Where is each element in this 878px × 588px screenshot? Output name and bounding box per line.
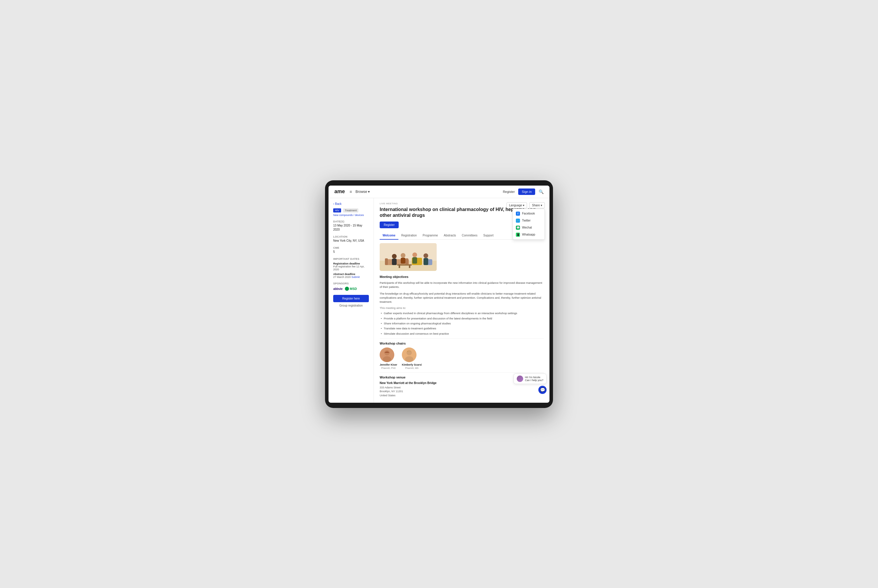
tab-programme[interactable]: Programme	[420, 232, 441, 240]
main-content: Language ▾ Share ▾ f Facebook 🐦	[374, 198, 549, 403]
submit-link[interactable]: Submit	[351, 276, 360, 279]
location-section: Location New York City, NY, USA	[333, 235, 369, 243]
aims-list: Gather experts involved in clinical phar…	[380, 311, 543, 335]
chairs-grid: Jennifer Kiser PharmD, PhD Kim	[380, 348, 543, 369]
reg-deadline-label: Registration deadline	[333, 262, 369, 265]
venue-divider	[380, 372, 543, 373]
facebook-label: Facebook	[522, 212, 535, 215]
facebook-icon: f	[516, 212, 520, 216]
objectives-para2: The knowledge on drug efficacy/toxicity …	[380, 292, 543, 304]
svg-rect-3	[385, 258, 388, 265]
compounds-link[interactable]: New compounds / devices	[333, 214, 369, 216]
chat-open-button[interactable]: 💬	[538, 386, 546, 394]
share-dropdown: f Facebook 🐦 Twitter 💬 Wechat 📱 Whatsapp	[513, 208, 545, 240]
logo: ame	[335, 189, 345, 195]
meeting-objectives-title: Meeting objectives	[380, 275, 543, 279]
svg-rect-14	[423, 258, 428, 265]
wechat-label: Wechat	[522, 226, 532, 229]
svg-point-22	[407, 350, 412, 356]
tab-abstracts[interactable]: Abstracts	[441, 232, 459, 240]
browse-chevron-icon: ▾	[368, 190, 370, 194]
aim-item: Provide a platform for presentation and …	[380, 316, 543, 320]
svg-rect-8	[392, 259, 397, 265]
treatment-tag[interactable]: Treatment	[343, 208, 359, 213]
tag-row: HIV Treatment	[333, 208, 369, 213]
tab-committees[interactable]: Committees	[459, 232, 480, 240]
svg-rect-10	[401, 258, 405, 264]
sponsors-label: Sponsors	[333, 282, 369, 285]
navigation: ame ≡ Browse ▾ Register Sign in 🔍	[329, 186, 549, 198]
tab-support[interactable]: Support	[480, 232, 496, 240]
dates-label: Date(s)	[333, 220, 369, 223]
workshop-chairs-title: Workshop chairs	[380, 342, 543, 345]
abbvie-logo: abbvie	[333, 287, 342, 291]
svg-point-11	[413, 252, 417, 257]
hiv-tag[interactable]: HIV	[333, 208, 341, 213]
register-here-button[interactable]: Register here	[333, 295, 369, 302]
tab-welcome[interactable]: Welcome	[380, 232, 398, 240]
back-label: Back	[335, 202, 341, 206]
browse-menu[interactable]: Browse ▾	[356, 190, 370, 194]
svg-point-7	[392, 254, 397, 259]
location-label: Location	[333, 235, 369, 238]
objectives-para1: Participants of this workshop will be ab…	[380, 281, 543, 290]
share-wechat[interactable]: 💬 Wechat	[513, 224, 545, 231]
svg-point-23	[405, 356, 413, 362]
important-dates-label: Important dates	[333, 258, 369, 260]
whatsapp-icon: 📱	[516, 232, 520, 237]
cme-section: CME 5	[333, 246, 369, 254]
twitter-label: Twitter	[522, 219, 530, 222]
chat-widget: Hi! I'm Nicole Can I help you? 💬	[513, 374, 546, 394]
aim-item: Gather experts involved in clinical phar…	[380, 311, 543, 315]
kimberly-title: PharmD, MS	[402, 367, 422, 369]
hamburger-icon[interactable]: ≡	[350, 189, 352, 194]
browse-label: Browse	[356, 190, 367, 194]
svg-rect-4	[405, 258, 408, 265]
chair-kimberly: Kimberly Scarsi PharmD, MS	[402, 348, 422, 369]
wechat-icon: 💬	[516, 226, 520, 230]
language-button[interactable]: Language ▾	[507, 202, 527, 208]
search-icon[interactable]: 🔍	[539, 189, 543, 194]
abstract-deadline-label: Abstract deadline	[333, 273, 369, 276]
group-registration-link[interactable]: Group registration	[333, 304, 369, 307]
share-twitter[interactable]: 🐦 Twitter	[513, 217, 545, 224]
aim-item: Share information on ongoing pharmacolog…	[380, 321, 543, 325]
lang-share-row: Language ▾ Share ▾	[507, 202, 545, 208]
sidebar: ‹ Back HIV Treatment New compounds / dev…	[329, 198, 374, 403]
share-button[interactable]: Share ▾	[529, 202, 545, 208]
cme-value: 5	[333, 250, 369, 254]
back-arrow-icon: ‹	[333, 202, 334, 206]
jennifer-avatar	[380, 348, 394, 362]
share-facebook[interactable]: f Facebook	[513, 210, 545, 217]
msd-dot-icon	[345, 287, 349, 291]
page-content: ‹ Back HIV Treatment New compounds / dev…	[329, 198, 549, 403]
tab-registration[interactable]: Registration	[398, 232, 420, 240]
kimberly-avatar	[402, 348, 416, 362]
share-whatsapp[interactable]: 📱 Whatsapp	[513, 231, 545, 238]
tablet-frame: ame ≡ Browse ▾ Register Sign in 🔍 ‹ Back…	[325, 180, 553, 408]
kimberly-name: Kimberly Scarsi	[402, 363, 422, 366]
aim-item: Stimulate discussion and consensus on be…	[380, 332, 543, 336]
whatsapp-label: Whatsapp	[522, 233, 535, 236]
tablet-screen: ame ≡ Browse ▾ Register Sign in 🔍 ‹ Back…	[329, 186, 549, 403]
back-link[interactable]: ‹ Back	[333, 202, 369, 206]
meeting-image	[380, 243, 437, 271]
jennifer-title: PharmD, PhD	[380, 367, 397, 369]
svg-point-13	[423, 254, 428, 258]
abstract-deadline-value: 27 March 2020 Submit	[333, 276, 369, 279]
jennifer-name: Jennifer Kiser	[380, 363, 397, 366]
language-label: Language	[509, 204, 522, 207]
chat-bubble: Hi! I'm Nicole Can I help you?	[513, 374, 546, 384]
share-chevron-icon: ▾	[541, 204, 542, 207]
chat-avatar	[517, 375, 523, 382]
chair-jennifer: Jennifer Kiser PharmD, PhD	[380, 348, 397, 369]
svg-point-9	[401, 253, 405, 258]
twitter-icon: 🐦	[516, 219, 520, 223]
register-link[interactable]: Register	[503, 190, 515, 194]
svg-point-20	[383, 356, 391, 362]
cme-label: CME	[333, 246, 369, 249]
dates-section: Date(s) 13 May 2020 - 15 May 2020	[333, 220, 369, 232]
register-button[interactable]: Register	[380, 222, 399, 228]
signin-button[interactable]: Sign in	[518, 189, 535, 195]
aims-intro: This meeting aims to:	[380, 306, 543, 309]
